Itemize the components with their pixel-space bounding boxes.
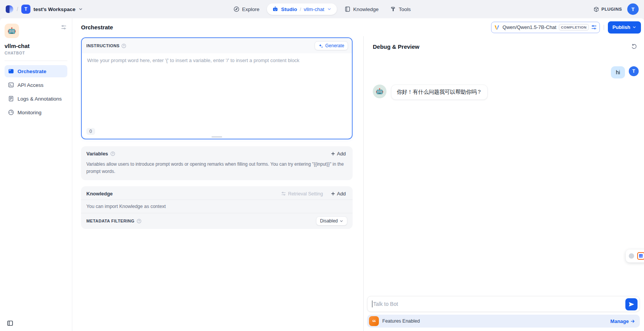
knowledge-icon <box>345 6 351 12</box>
send-icon <box>628 301 634 307</box>
nav-item-studio[interactable]: Studio / vllm-chat <box>267 3 337 15</box>
topbar-left: / T test's Workspace <box>5 5 83 14</box>
text-cursor <box>372 301 372 307</box>
app-settings-button[interactable] <box>60 24 67 31</box>
instructions-header: INSTRUCTIONS Generate <box>82 38 352 53</box>
collapse-sidebar-button[interactable] <box>7 320 13 326</box>
manage-features-button[interactable]: Manage <box>611 318 635 324</box>
orchestrate-icon <box>8 68 14 74</box>
sparkle-icon <box>318 43 323 48</box>
variables-title-group: Variables <box>86 151 115 157</box>
chevron-down-icon <box>327 7 332 11</box>
topbar: / T test's Workspace Explore Studio / vl… <box>0 0 644 18</box>
breadcrumb-separator: / <box>17 6 18 12</box>
metadata-filtering-label-group: METADATA FILTERING <box>86 219 142 224</box>
dify-badge-icon <box>637 252 644 260</box>
app-icon[interactable] <box>5 24 19 38</box>
model-name: Qwen/Qwen1.5-7B-Chat <box>502 24 557 30</box>
instructions-label: INSTRUCTIONS <box>86 43 119 48</box>
workspace-selector[interactable]: T test's Workspace <box>21 5 83 14</box>
variables-panel: Variables Add Variables allow us <box>81 146 353 180</box>
add-knowledge-label: Add <box>337 191 346 197</box>
topbar-right: PLUGINS T <box>593 3 639 15</box>
sidebar-item-orchestrate[interactable]: Orchestrate <box>5 65 67 77</box>
debug-preview-title: Debug & Preview <box>373 43 420 50</box>
header-divider <box>604 25 604 30</box>
retrieval-setting-label: Retrieval Setting <box>288 191 323 197</box>
sidebar-item-api-access[interactable]: API Access <box>5 79 67 91</box>
model-mode-badge: COMPLETION <box>559 24 589 30</box>
nav-label-explore: Explore <box>242 6 259 12</box>
add-variable-label: Add <box>337 151 346 157</box>
app-header <box>5 24 67 38</box>
app-sidebar: vllm-chat CHATBOT Orchestrate API Access… <box>0 18 72 331</box>
variables-description: Variables allow users to introduce promp… <box>81 160 353 180</box>
app-name: vllm-chat <box>5 43 67 49</box>
publish-button[interactable]: Publish <box>608 21 641 34</box>
add-variable-button[interactable]: Add <box>329 150 347 158</box>
help-icon <box>121 43 126 48</box>
workspace-name: test's Workspace <box>33 6 75 12</box>
nav-label-knowledge: Knowledge <box>353 6 379 12</box>
nav-item-explore[interactable]: Explore <box>229 4 263 14</box>
nav-item-knowledge[interactable]: Knowledge <box>341 4 383 14</box>
vllm-logo-icon <box>493 24 500 31</box>
nav-item-tools[interactable]: Tools <box>386 4 415 14</box>
generate-label: Generate <box>325 43 344 48</box>
sidebar-item-logs-annotations[interactable]: Logs & Annotations <box>5 93 67 105</box>
instructions-label-group: INSTRUCTIONS <box>86 43 126 48</box>
retrieval-setting-button[interactable]: Retrieval Setting <box>281 191 323 197</box>
bot-avatar <box>373 85 386 98</box>
main-content: Orchestrate Qwen/Qwen1.5-7B-Chat COMPLET… <box>72 18 644 331</box>
restart-chat-button[interactable] <box>630 43 638 50</box>
nav-label-studio: Studio <box>281 6 297 12</box>
robot-emoji-icon <box>375 87 384 96</box>
user-message-bubble: hi <box>611 66 625 78</box>
features-bar: Features Enabled Manage <box>367 315 640 328</box>
nav-separator: / <box>300 6 301 12</box>
current-app-name: vllm-chat <box>304 6 324 12</box>
robot-icon <box>272 6 278 12</box>
arrow-right-icon <box>630 319 635 324</box>
content-columns: INSTRUCTIONS Generate <box>72 36 644 331</box>
robot-emoji-icon <box>7 26 16 35</box>
send-button[interactable] <box>625 298 638 310</box>
metadata-filtering-toggle[interactable]: Disabled <box>316 216 347 225</box>
app-body: vllm-chat CHATBOT Orchestrate API Access… <box>0 18 644 331</box>
chat-input-box <box>367 296 640 312</box>
sidebar-item-label: API Access <box>17 82 43 88</box>
model-tune-icon <box>591 24 597 30</box>
prompt-editor[interactable]: Write your prompt word here, enter '{' t… <box>82 53 352 122</box>
plugins-button[interactable]: PLUGINS <box>593 6 622 12</box>
chevron-down-icon <box>632 25 636 29</box>
explore-icon <box>233 6 239 12</box>
floating-helper-widget[interactable] <box>626 249 644 262</box>
model-selector[interactable]: Qwen/Qwen1.5-7B-Chat COMPLETION <box>491 22 600 33</box>
knowledge-title: Knowledge <box>86 191 113 197</box>
instructions-panel: INSTRUCTIONS Generate <box>81 37 353 139</box>
resize-handle[interactable] <box>211 136 222 138</box>
dify-logo[interactable] <box>5 5 14 13</box>
nav-label-tools: Tools <box>399 6 411 12</box>
metadata-filtering-value: Disabled <box>320 218 338 224</box>
variables-header: Variables Add <box>81 146 353 160</box>
knowledge-description: You can import Knowledge as context <box>81 200 353 213</box>
terminal-icon <box>8 82 14 88</box>
generate-button[interactable]: Generate <box>315 41 348 50</box>
prompt-placeholder: Write your prompt word here, enter '{' t… <box>87 58 299 63</box>
features-icon <box>369 316 379 326</box>
user-avatar[interactable]: T <box>627 3 639 15</box>
sidebar-item-monitoring[interactable]: Monitoring <box>5 106 67 118</box>
features-label: Features Enabled <box>382 318 420 324</box>
header-actions: Qwen/Qwen1.5-7B-Chat COMPLETION Publish <box>491 21 641 34</box>
chevron-down-icon <box>339 219 343 223</box>
chat-area: hi T 你好！有什么问题我可以帮助你吗？ <box>364 53 644 331</box>
chat-input[interactable] <box>373 301 621 307</box>
add-knowledge-button[interactable]: Add <box>329 190 347 198</box>
gauge-icon <box>8 109 14 115</box>
plugins-label: PLUGINS <box>601 7 622 11</box>
publish-label: Publish <box>612 24 630 30</box>
knowledge-actions: Retrieval Setting Add <box>281 190 347 198</box>
retrieval-setting-icon <box>281 191 286 196</box>
tools-icon <box>390 6 396 12</box>
